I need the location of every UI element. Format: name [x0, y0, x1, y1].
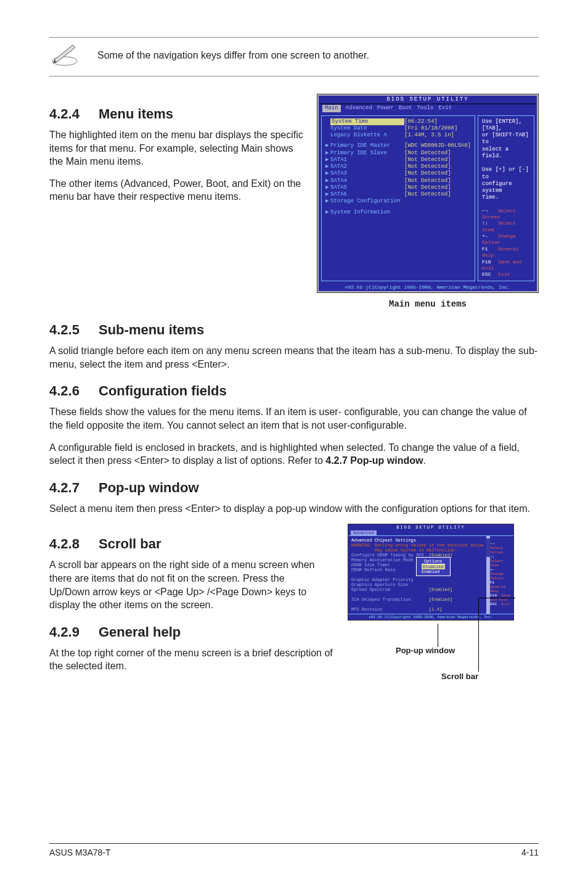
bios-help-panel: Use [ENTER], [TAB], or [SHIFT-TAB] to se… [478, 115, 534, 281]
bios-scrollbar[interactable] [486, 536, 490, 614]
heading-4-2-8: 4.2.8Scroll bar [49, 536, 335, 552]
para-426a: These fields show the values for the men… [49, 405, 539, 432]
bios-tabs: Main Advanced Power Boot Tools Exit [319, 104, 537, 112]
bios-row [351, 592, 483, 597]
page-footer: ASUS M3A78-T 4-11 [49, 843, 539, 857]
heading-4-2-9: 4.2.9General help [49, 624, 335, 640]
heading-4-2-6: 4.2.6Configuration fields [49, 383, 539, 399]
bios-row [351, 602, 483, 607]
caption-main-menu: Main menu items [317, 299, 539, 310]
bios-screenshot-popup: BIOS SETUP UTILITY Advanced Advanced Chi… [348, 524, 539, 682]
para-424b: The other items (Advanced, Power, Boot, … [49, 177, 304, 204]
caption-popup: Pop-up window [396, 646, 455, 655]
bios-row: Graphics Aperture Size [351, 582, 483, 587]
heading-4-2-7: 4.2.7Pop-up window [49, 480, 539, 496]
bios-row: MPS Revision [1.4] [351, 607, 483, 612]
bios-row: ▶SATA1[Not Detected] [325, 157, 471, 163]
bios-row: ▶Primary IDE Master[WDC WD800JD-00LSA0] [325, 142, 471, 149]
bios-row: ▶Storage Configuration [325, 198, 471, 205]
bios-row: ▶SATA4[Not Detected] [325, 178, 471, 184]
bios-row: ▶System Information [325, 209, 471, 216]
caption-scrollbar: Scroll bar [441, 672, 478, 681]
para-425: A solid triangle before each item on any… [49, 344, 539, 371]
bios-row: Graphic Adapter Priority [351, 577, 483, 582]
bios-row: ▶SATA6[Not Detected] [325, 191, 471, 198]
bios-row: ▶SATA2[Not Detected] [325, 163, 471, 170]
bios-row: Spread Spectrum [Enabled] [351, 587, 483, 592]
heading-4-2-4: 4.2.4Menu items [49, 106, 304, 122]
bios-footer: v02.58 (C)Copyright 1985-2008, American … [319, 284, 537, 291]
para-428: A scroll bar appears on the right side o… [49, 558, 335, 611]
footer-right: 4-11 [521, 848, 539, 857]
note-callout: Some of the navigation keys differ from … [49, 37, 539, 76]
heading-4-2-5: 4.2.5Sub-menu items [49, 322, 539, 338]
para-429: At the top right corner of the menu scre… [49, 646, 335, 673]
bios-row: System Time[06:22:54] [325, 118, 471, 125]
pencil-icon [49, 41, 80, 70]
para-427: Select a menu item then press <Enter> to… [49, 502, 539, 516]
bios-row: ▶SATA3[Not Detected] [325, 170, 471, 177]
bios-screenshot-main: BIOS SETUP UTILITY Main Advanced Power B… [317, 94, 539, 310]
bios-popup-window: Options Disabled Enabled [416, 557, 451, 576]
bios-row: Legacy Diskette A[1.44M, 3.5 in] [325, 132, 471, 139]
bios-row: System Date[Fri 01/18/2008] [325, 125, 471, 132]
note-text: Some of the navigation keys differ from … [97, 50, 539, 61]
bios-row: ▶SATA5[Not Detected] [325, 184, 471, 191]
bios-row: ▶Primary IDE Slave[Not Detected] [325, 150, 471, 157]
para-426b: A configurable field is enclosed in brac… [49, 441, 539, 468]
bios-row: ICH Delayed Transaction [Enabled] [351, 597, 483, 602]
bios-left-panel: System Time[06:22:54] System Date[Fri 01… [321, 115, 475, 281]
bios-title: BIOS SETUP UTILITY [319, 96, 537, 104]
footer-left: ASUS M3A78-T [49, 848, 111, 857]
para-424a: The highlighted item on the menu bar dis… [49, 128, 304, 168]
